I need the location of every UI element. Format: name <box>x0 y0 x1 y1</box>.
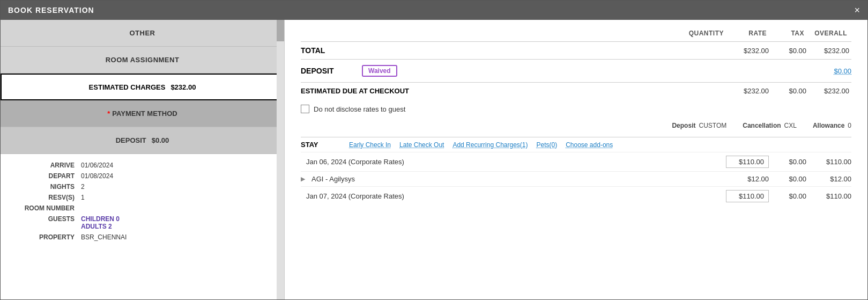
info-room-number: ROOM NUMBER <box>11 204 273 212</box>
app-title: BOOK RESERVATION <box>8 6 94 14</box>
info-property: PROPERTY BSR_CHENNAI <box>11 233 273 241</box>
jan07-rate-box[interactable]: $110.00 <box>726 190 769 202</box>
required-star: * <box>107 109 110 118</box>
total-row: TOTAL $232.00 $0.00 $232.00 <box>301 41 851 59</box>
late-checkout-link[interactable]: Late Check Out <box>399 141 444 149</box>
disclose-row: Do not disclose rates to guest <box>301 99 851 119</box>
close-button[interactable]: × <box>854 5 860 15</box>
info-resvs: RESV(S) 1 <box>11 194 273 201</box>
early-checkin-link[interactable]: Early Check In <box>349 141 391 149</box>
deposit-info-deposit: Deposit CUSTOM <box>672 122 726 129</box>
deposit-row: DEPOSIT Waived $0.00 <box>301 59 851 82</box>
stay-links: Early Check In Late Check Out Add Recurr… <box>349 141 613 149</box>
agi-chevron-icon: ▶ <box>301 175 309 182</box>
stay-row-jan06: Jan 06, 2024 (Corporate Rates) $110.00 $… <box>301 152 851 171</box>
pets-link[interactable]: Pets(0) <box>536 141 557 149</box>
sidebar-item-other[interactable]: OTHER <box>1 20 284 47</box>
choose-addons-link[interactable]: Choose add-ons <box>566 141 613 149</box>
stay-header-row: STAY Early Check In Late Check Out Add R… <box>301 137 851 152</box>
jan06-rate-box[interactable]: $110.00 <box>726 156 769 168</box>
stay-row-jan07: Jan 07, 2024 (Corporate Rates) $110.00 $… <box>301 186 851 206</box>
main-panel: QUANTITY RATE TAX OVERALL TOTAL $232.00 … <box>285 20 867 299</box>
disclose-checkbox[interactable] <box>301 105 309 113</box>
estimated-checkout-row: ESTIMATED DUE AT CHECKOUT $232.00 $0.00 … <box>301 82 851 99</box>
scrollbar-thumb[interactable] <box>277 20 284 41</box>
add-recurring-link[interactable]: Add Recurring Charges(1) <box>452 141 528 149</box>
sidebar-item-payment-method[interactable]: * PAYMENT METHOD <box>1 100 284 127</box>
checkout-values: $232.00 $0.00 $232.00 <box>728 87 851 95</box>
info-depart: DEPART 01/08/2024 <box>11 172 273 180</box>
total-values: $232.00 $0.00 $232.00 <box>728 47 851 55</box>
content-area: OTHER ROOM ASSIGNMENT ESTIMATED CHARGES … <box>1 20 867 299</box>
stay-section: STAY Early Check In Late Check Out Add R… <box>301 137 851 206</box>
sidebar-item-room-assignment[interactable]: ROOM ASSIGNMENT <box>1 47 284 74</box>
stay-row-agi: ▶ AGI - Agilysys $12.00 $0.00 $12.00 <box>301 171 851 186</box>
sidebar-item-deposit[interactable]: DEPOSIT $0.00 <box>1 127 284 154</box>
sidebar-scrollbar[interactable] <box>277 20 284 299</box>
deposit-amount[interactable]: $0.00 <box>834 67 851 75</box>
charges-header-row: QUANTITY RATE TAX OVERALL <box>301 30 851 37</box>
sidebar: OTHER ROOM ASSIGNMENT ESTIMATED CHARGES … <box>1 20 285 299</box>
waived-badge[interactable]: Waived <box>362 65 397 77</box>
deposit-info-allowance: Allowance 0 <box>813 122 851 129</box>
info-section: ARRIVE 01/06/2024 DEPART 01/08/2024 NIGH… <box>1 154 284 250</box>
info-guests: GUESTS CHILDREN 0 ADULTS 2 <box>11 215 273 230</box>
sidebar-item-estimated-charges[interactable]: ESTIMATED CHARGES $232.00 <box>1 74 284 100</box>
deposit-info-row: Deposit CUSTOM Cancellation CXL Allowanc… <box>301 119 851 135</box>
sidebar-scroll-area: OTHER ROOM ASSIGNMENT ESTIMATED CHARGES … <box>1 20 284 299</box>
info-nights: NIGHTS 2 <box>11 183 273 191</box>
app-window: BOOK RESERVATION × OTHER ROOM ASSIGNMENT… <box>0 0 868 300</box>
info-arrive: ARRIVE 01/06/2024 <box>11 162 273 169</box>
deposit-info-cancellation: Cancellation CXL <box>743 122 797 129</box>
title-bar: BOOK RESERVATION × <box>1 1 867 20</box>
